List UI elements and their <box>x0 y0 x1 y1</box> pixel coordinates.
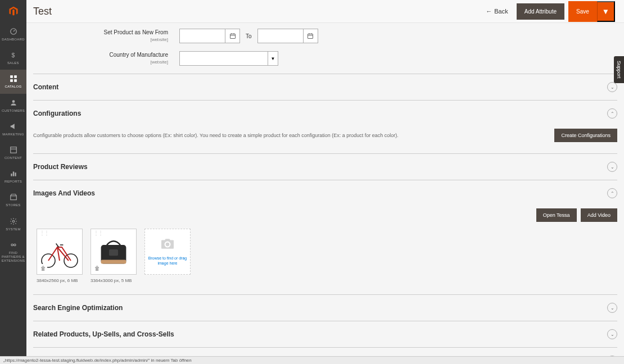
grid-icon <box>9 74 18 83</box>
header-actions: ← Back Add Attribute Save ▼ <box>481 1 615 22</box>
scope-label: [website] <box>33 37 168 43</box>
page-title: Test <box>33 6 481 17</box>
svg-point-14 <box>11 244 13 246</box>
handshake-icon <box>9 240 18 249</box>
nav-stores[interactable]: STORES <box>0 188 26 212</box>
save-dropdown-button[interactable]: ▼ <box>597 1 615 22</box>
support-tab[interactable]: Support <box>614 56 624 83</box>
section-seo-header[interactable]: Search Engine Optimization ⌄ <box>33 303 617 313</box>
section-reviews: Product Reviews ⌄ <box>33 153 617 180</box>
section-title: Product Reviews <box>33 163 607 171</box>
create-configurations-button[interactable]: Create Configurations <box>554 129 617 142</box>
content-area: Set Product as New From [website] To Cou… <box>26 23 624 364</box>
camera-icon <box>160 238 175 252</box>
page-header: Test ← Back Add Attribute Save ▼ <box>26 0 624 23</box>
drag-handle-icon[interactable]: ⋮⋮ <box>93 231 102 234</box>
section-seo: Search Engine Optimization ⌄ <box>33 294 617 321</box>
nav-label: STORES <box>6 203 20 207</box>
image-item[interactable]: ⋮⋮ 🗑 3364x3000 px, 5 MB <box>91 229 137 283</box>
section-related: Related Products, Up-Sells, and Cross-Se… <box>33 321 617 347</box>
dollar-icon: $ <box>9 51 18 60</box>
new-from-date-input[interactable] <box>179 29 225 43</box>
image-caption: 3840x2560 px, 6 MB <box>37 278 83 283</box>
nav-label: SALES <box>7 61 19 65</box>
main-content: Test ← Back Add Attribute Save ▼ Set Pro… <box>26 0 624 364</box>
nav-catalog[interactable]: CATALOG <box>0 70 26 93</box>
add-video-button[interactable]: Add Video <box>581 208 617 222</box>
section-images-header[interactable]: Images And Videos ⌃ <box>33 188 617 198</box>
new-from-row: Set Product as New From [website] To <box>33 29 617 43</box>
nav-dashboard[interactable]: DASHBOARD <box>0 22 26 46</box>
nav-sales[interactable]: $ SALES <box>0 46 26 70</box>
new-to-date-input[interactable] <box>257 29 304 43</box>
chevron-up-icon: ⌃ <box>607 108 617 119</box>
nav-label: SYSTEM <box>6 228 20 231</box>
trash-icon[interactable]: 🗑 <box>39 264 47 272</box>
config-description: Configurable products allow customers to… <box>33 132 399 139</box>
browser-status-bar: „https://magento2-tessa-test.staging.flu… <box>0 356 624 364</box>
open-tessa-button[interactable]: Open Tessa <box>536 208 577 222</box>
section-content: Content ⌄ <box>33 74 617 100</box>
scope-label: [website] <box>33 60 168 65</box>
add-attribute-button[interactable]: Add Attribute <box>517 3 564 20</box>
svg-rect-10 <box>12 172 13 176</box>
nav-reports[interactable]: REPORTS <box>0 165 26 188</box>
admin-sidebar: DASHBOARD $ SALES CATALOG CUSTOMERS MARK… <box>0 0 26 364</box>
save-button[interactable]: Save <box>568 1 597 22</box>
chevron-down-icon: ⌄ <box>607 162 617 172</box>
nav-label: FIND PARTNERS & EXTENSIONS <box>1 251 25 263</box>
nav-content[interactable]: CONTENT <box>0 141 26 165</box>
section-content-header[interactable]: Content ⌄ <box>33 82 617 92</box>
person-icon <box>9 98 18 107</box>
section-title: Images And Videos <box>33 189 607 197</box>
nav-label: CONTENT <box>4 156 22 160</box>
megaphone-icon <box>9 122 18 131</box>
back-label: Back <box>494 8 508 15</box>
section-images: Images And Videos ⌃ Open Tessa Add Video… <box>33 180 617 294</box>
section-title: Search Engine Optimization <box>33 304 607 312</box>
image-upload-dropzone[interactable]: Browse to find or drag image here <box>144 229 191 275</box>
svg-rect-7 <box>10 147 16 153</box>
section-configurations-header[interactable]: Configurations ⌃ <box>33 108 617 119</box>
nav-customers[interactable]: CUSTOMERS <box>0 94 26 117</box>
magento-logo[interactable] <box>0 0 26 22</box>
nav-label: CUSTOMERS <box>2 109 25 113</box>
svg-point-13 <box>12 220 15 222</box>
upload-text: Browse to find or drag image here <box>145 256 190 266</box>
section-title: Configurations <box>33 110 607 117</box>
svg-rect-4 <box>10 80 13 83</box>
chart-icon <box>9 169 18 178</box>
layout-icon <box>9 145 18 154</box>
section-reviews-header[interactable]: Product Reviews ⌄ <box>33 162 617 172</box>
svg-rect-20 <box>308 34 313 39</box>
nav-label: CATALOG <box>5 85 22 89</box>
nav-marketing[interactable]: MARKETING <box>0 117 26 141</box>
gear-icon <box>9 217 18 226</box>
country-label: Country of Manufacture [website] <box>33 51 179 65</box>
svg-point-15 <box>13 244 15 246</box>
svg-rect-32 <box>109 249 118 256</box>
chevron-down-icon: ⌄ <box>607 82 617 92</box>
back-button[interactable]: ← Back <box>481 8 512 15</box>
date-fields: To <box>179 29 318 43</box>
nav-label: DASHBOARD <box>2 38 25 42</box>
image-grid: ⋮⋮ 🗑 3840x2560 px, 6 MB <box>33 229 617 283</box>
section-title: Content <box>33 83 607 91</box>
calendar-icon[interactable] <box>304 29 318 43</box>
drag-handle-icon[interactable]: ⋮⋮ <box>39 231 48 234</box>
country-select[interactable] <box>179 51 268 66</box>
image-item[interactable]: ⋮⋮ 🗑 3840x2560 px, 6 MB <box>37 229 83 283</box>
section-related-header[interactable]: Related Products, Up-Sells, and Cross-Se… <box>33 329 617 339</box>
chevron-down-icon[interactable]: ▼ <box>268 51 278 66</box>
trash-icon[interactable]: 🗑 <box>93 264 101 272</box>
svg-text:$: $ <box>11 52 15 58</box>
nav-partners[interactable]: FIND PARTNERS & EXTENSIONS <box>0 236 26 268</box>
nav-system[interactable]: SYSTEM <box>0 212 26 236</box>
svg-rect-11 <box>15 172 16 176</box>
country-row: Country of Manufacture [website] ▼ <box>33 51 617 66</box>
section-configurations: Configurations ⌃ Configurable products a… <box>33 100 617 153</box>
nav-label: MARKETING <box>2 133 24 136</box>
svg-rect-9 <box>11 174 12 176</box>
calendar-icon[interactable] <box>225 29 240 43</box>
chevron-up-icon: ⌃ <box>607 188 617 198</box>
